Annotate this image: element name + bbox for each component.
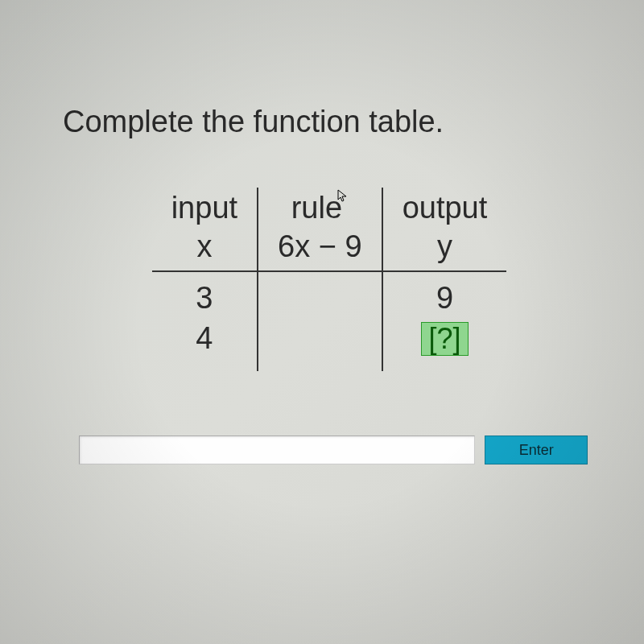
row1-input: 3 (152, 278, 258, 318)
table-header-top: input rule output (152, 188, 507, 228)
header-y: y (382, 228, 507, 271)
table-row: 4 [?] (152, 318, 507, 358)
cursor-icon (337, 192, 349, 207)
enter-button[interactable]: Enter (485, 436, 588, 464)
header-output: output (382, 188, 507, 228)
row2-output[interactable]: [?] (382, 318, 507, 358)
header-input: input (152, 188, 258, 228)
row2-rule (258, 318, 382, 358)
row1-rule (258, 278, 382, 318)
answer-input[interactable] (79, 436, 475, 464)
table-row: 3 9 (152, 278, 507, 318)
function-table: input rule output x 6x − 9 y 3 9 4 (152, 188, 507, 371)
row1-output: 9 (382, 278, 507, 318)
function-table-container: input rule output x 6x − 9 y 3 9 4 (63, 188, 596, 371)
table-header-sub: x 6x − 9 y (152, 228, 507, 271)
instruction-text: Complete the function table. (63, 105, 596, 139)
header-x: x (152, 228, 258, 271)
row2-input: 4 (152, 318, 258, 358)
header-rule: rule (258, 188, 382, 228)
answer-placeholder[interactable]: [?] (421, 322, 468, 356)
header-rule-expr: 6x − 9 (258, 228, 382, 271)
answer-input-row: Enter (63, 436, 596, 464)
